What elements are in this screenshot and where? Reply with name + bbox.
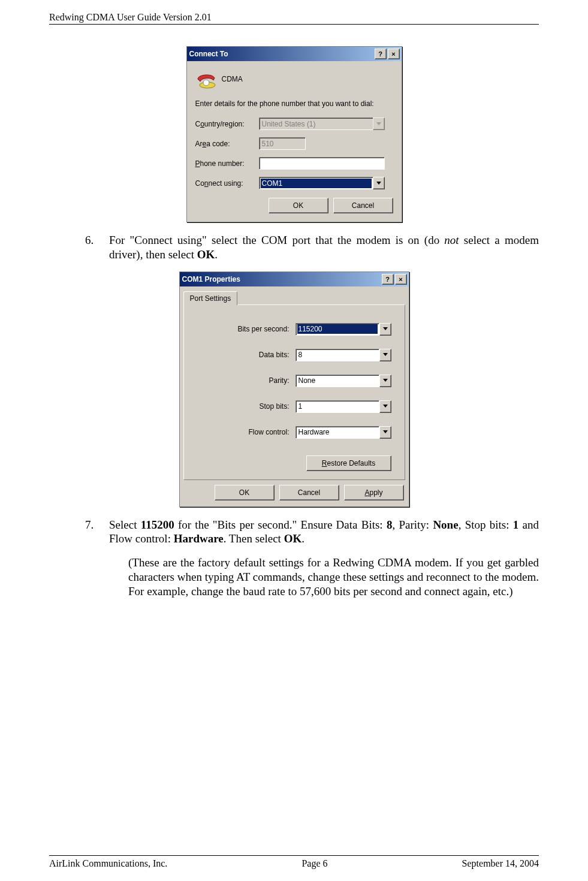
parity-value: None <box>295 375 379 387</box>
data-bits-label: Data bits: <box>259 351 290 359</box>
step-text: Select 115200 for the "Bits per second."… <box>109 518 539 547</box>
dialog-titlebar: Connect To ? × <box>187 47 402 61</box>
phone-label: Phone number: <box>195 159 254 168</box>
ok-button[interactable]: OK <box>269 198 328 213</box>
country-value: United States (1) <box>259 117 373 130</box>
connect-using-select[interactable]: COM1 <box>259 177 385 189</box>
step-number: 7. <box>85 518 99 547</box>
help-button[interactable]: ? <box>382 274 394 285</box>
restore-defaults-button[interactable]: Restore Defaults <box>306 455 391 471</box>
area-label: Area code: <box>195 140 254 148</box>
bits-per-second-select[interactable]: 115200 <box>295 323 391 336</box>
svg-point-1 <box>203 80 209 86</box>
tab-port-settings[interactable]: Port Settings <box>183 291 238 305</box>
phone-icon <box>195 70 216 89</box>
phone-number-input[interactable] <box>259 157 385 170</box>
dropdown-icon[interactable] <box>379 349 391 361</box>
bits-per-second-value: 115200 <box>297 324 378 334</box>
dropdown-icon[interactable] <box>379 400 391 413</box>
dropdown-icon[interactable] <box>379 426 391 439</box>
step-7: 7. Select 115200 for the "Bits per secon… <box>85 518 539 547</box>
dropdown-icon[interactable] <box>379 323 391 336</box>
page-header: Redwing CDMA User Guide Version 2.01 <box>49 12 539 25</box>
country-select: United States (1) <box>259 117 385 130</box>
flow-control-value: Hardware <box>295 426 379 439</box>
parity-select[interactable]: None <box>295 375 391 387</box>
connection-name: CDMA <box>222 75 243 83</box>
footer-left: AirLink Communications, Inc. <box>49 858 167 869</box>
bits-per-second-label: Bits per second: <box>237 325 289 333</box>
page-footer: AirLink Communications, Inc. Page 6 Sept… <box>49 855 539 869</box>
close-button[interactable]: × <box>395 274 407 285</box>
dialog-titlebar: COM1 Properties ? × <box>180 272 409 286</box>
country-label: Country/region: <box>195 120 254 128</box>
dialog-title: Connect To <box>189 50 228 58</box>
help-button[interactable]: ? <box>375 49 387 59</box>
step-6: 6. For "Connect using" select the COM po… <box>85 233 539 262</box>
com1-properties-dialog: COM1 Properties ? × Port Settings Bits p… <box>179 271 409 507</box>
apply-button[interactable]: Apply <box>344 485 404 500</box>
dropdown-icon <box>373 117 385 130</box>
flow-control-label: Flow control: <box>248 428 289 436</box>
footer-center: Page 6 <box>301 858 327 869</box>
tab-panel: Bits per second: 115200 Data bits: 8 Par… <box>183 304 405 480</box>
connect-to-dialog: Connect To ? × CDMA <box>186 46 402 222</box>
ok-button[interactable]: OK <box>215 485 275 500</box>
data-bits-select[interactable]: 8 <box>295 349 391 361</box>
dialog-title: COM1 Properties <box>182 275 240 283</box>
dropdown-icon[interactable] <box>373 177 385 189</box>
stop-bits-value: 1 <box>295 400 379 413</box>
stop-bits-select[interactable]: 1 <box>295 400 391 413</box>
parity-label: Parity: <box>269 376 289 385</box>
area-code-input: 510 <box>259 137 306 150</box>
cancel-button[interactable]: Cancel <box>279 485 339 500</box>
data-bits-value: 8 <box>295 349 379 361</box>
step-7-note: (These are the factory default settings … <box>128 556 539 598</box>
step-text: For "Connect using" select the COM port … <box>109 233 539 262</box>
dialog-instruction: Enter details for the phone number that … <box>195 99 393 108</box>
flow-control-select[interactable]: Hardware <box>295 426 391 439</box>
stop-bits-label: Stop bits: <box>259 402 289 411</box>
connect-using-label: Connect using: <box>195 179 254 188</box>
dropdown-icon[interactable] <box>379 375 391 387</box>
footer-right: September 14, 2004 <box>462 858 539 869</box>
step-number: 6. <box>85 233 99 262</box>
close-button[interactable]: × <box>388 49 400 59</box>
connect-using-value: COM1 <box>259 177 373 189</box>
cancel-button[interactable]: Cancel <box>333 198 393 213</box>
